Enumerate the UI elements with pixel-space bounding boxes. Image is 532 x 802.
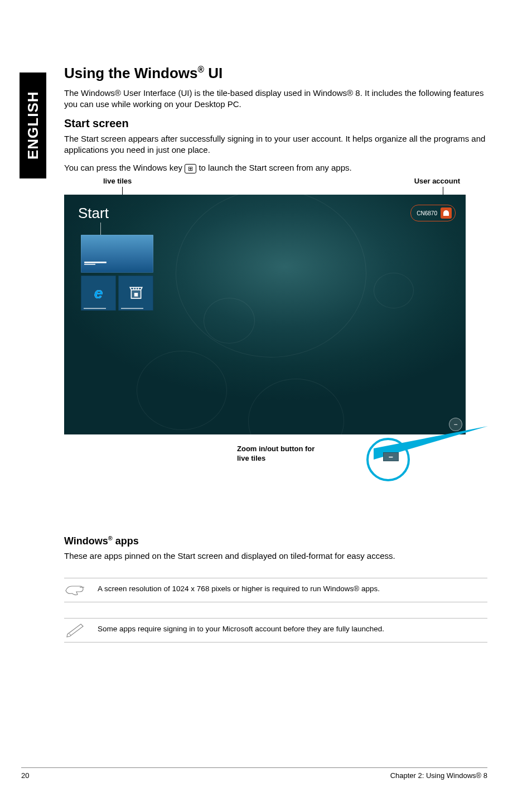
zoom-callout: Zoom in/out button for live tiles – xyxy=(237,440,477,479)
tile-caption xyxy=(84,308,106,309)
p3-post: to launch the Start screen from any apps… xyxy=(199,163,351,172)
live-tile-ie[interactable]: e xyxy=(81,276,116,311)
note-signin: Some apps require signing in to your Mic… xyxy=(64,618,487,642)
store-icon xyxy=(129,285,143,302)
tile-caption xyxy=(121,308,143,309)
h3-pre: Windows xyxy=(64,535,108,547)
zoom-callout-l1: Zoom in/out button for xyxy=(237,445,315,453)
label-user-account: User account xyxy=(414,177,460,185)
note-resolution-text: A screen resolution of 1024 x 768 pixels… xyxy=(98,581,380,597)
h3-sup: ® xyxy=(108,535,113,542)
bg-circle xyxy=(248,379,344,434)
title-pre: Using the Windows xyxy=(64,65,198,81)
user-account-chip[interactable]: CN6870 xyxy=(410,205,456,221)
h3-post: apps xyxy=(113,535,139,547)
start-screen-p1: The Start screen appears after successfu… xyxy=(64,133,487,156)
zoom-callout-label: Zoom in/out button for live tiles xyxy=(237,445,315,463)
hand-point-icon xyxy=(64,581,86,600)
page-footer: 20 Chapter 2: Using Windows® 8 xyxy=(21,767,487,780)
start-screen-figure: live tiles User account Start CN6870 xyxy=(64,189,477,479)
windows-key-icon: ⊞ xyxy=(185,164,196,173)
tile-caption xyxy=(84,262,107,263)
start-screen-p2: You can press the Windows key ⊞ to launc… xyxy=(64,162,487,173)
user-name: CN6870 xyxy=(417,210,437,216)
start-label: Start xyxy=(78,205,109,222)
bg-circle xyxy=(137,351,227,430)
start-screenshot: Start CN6870 e xyxy=(64,195,466,434)
windows-apps-intro: These are apps pinned on the Start scree… xyxy=(64,550,487,562)
pencil-icon xyxy=(64,621,86,640)
label-live-tiles: live tiles xyxy=(103,177,132,185)
title-sup: ® xyxy=(198,65,205,74)
bg-circle xyxy=(176,195,366,357)
start-screen-heading: Start screen xyxy=(64,117,487,130)
note-signin-text: Some apps require signing in to your Mic… xyxy=(98,621,384,637)
windows-apps-heading: Windows® apps xyxy=(64,535,487,547)
live-tile-desktop[interactable] xyxy=(81,235,153,273)
bg-circle xyxy=(374,273,414,308)
p3-pre: You can press the Windows key xyxy=(64,163,185,172)
ie-icon: e xyxy=(94,284,103,302)
live-tile-store[interactable] xyxy=(118,276,153,311)
title-post: UI xyxy=(204,65,223,81)
bg-circle xyxy=(204,298,255,344)
avatar-icon xyxy=(441,207,452,219)
intro-paragraph: The Windows® User Interface (UI) is the … xyxy=(64,88,487,110)
page-number: 20 xyxy=(21,771,29,780)
callout-minus-icon: – xyxy=(383,452,399,461)
zoom-callout-l2: live tiles xyxy=(237,454,265,462)
chapter-label: Chapter 2: Using Windows® 8 xyxy=(390,771,487,780)
page-title: Using the Windows® UI xyxy=(64,65,487,82)
language-tab: ENGLISH xyxy=(20,73,46,178)
note-resolution: A screen resolution of 1024 x 768 pixels… xyxy=(64,578,487,602)
